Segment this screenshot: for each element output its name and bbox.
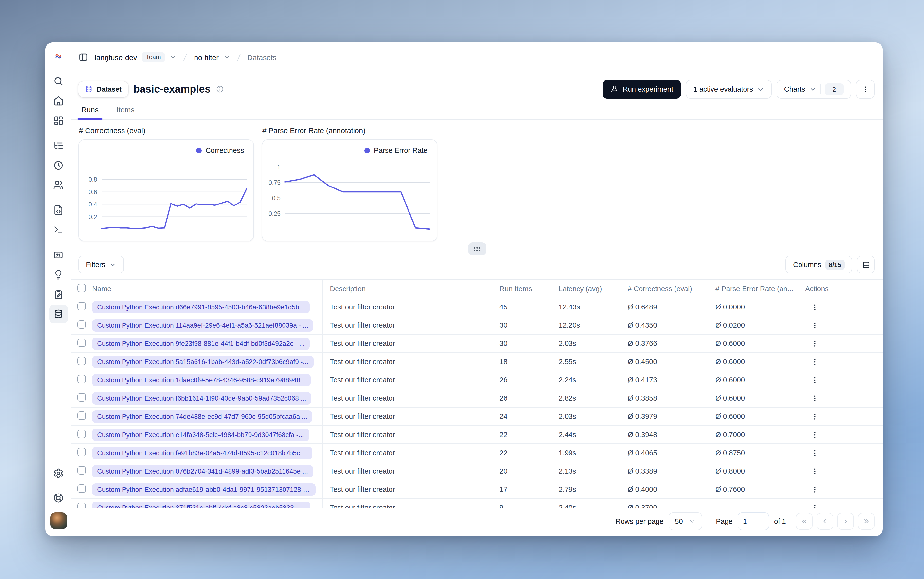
- row-actions-button[interactable]: [807, 427, 822, 442]
- evaluators-dropdown[interactable]: 1 active evaluators: [686, 80, 772, 98]
- row-checkbox[interactable]: [77, 357, 86, 365]
- kebab-menu-icon: [810, 449, 819, 457]
- sidebar-item-suggestions[interactable]: [49, 265, 68, 284]
- run-experiment-button[interactable]: Run experiment: [603, 80, 681, 98]
- select-all-checkbox[interactable]: [77, 284, 86, 292]
- sidebar-item-evaluators[interactable]: [49, 245, 68, 264]
- resize-handle[interactable]: [468, 242, 486, 255]
- chart-legend: Correctness: [80, 146, 251, 154]
- sidebar-item-prompts[interactable]: [49, 201, 68, 219]
- lifebuoy-icon: [53, 492, 64, 503]
- row-actions-button[interactable]: [807, 391, 822, 406]
- column-header-description[interactable]: Description: [323, 285, 500, 293]
- sidebar-item-playground[interactable]: [49, 220, 68, 239]
- charts-dropdown[interactable]: Charts 2: [777, 80, 851, 98]
- row-checkbox[interactable]: [77, 302, 86, 311]
- page-header: Dataset basic-examples Run experiment 1 …: [72, 72, 883, 98]
- run-items-count: 30: [500, 340, 559, 348]
- run-name-link[interactable]: Custom Python Execution 371f531c-abff-4d…: [92, 502, 310, 507]
- run-name-link[interactable]: Custom Python Execution 114aa9ef-29e6-4e…: [92, 319, 313, 332]
- rows-per-page-select[interactable]: 50: [668, 512, 702, 530]
- row-actions-button[interactable]: [807, 409, 822, 424]
- run-name-link[interactable]: Custom Python Execution f6bb1614-1f90-40…: [92, 392, 311, 404]
- sidebar-item-sessions[interactable]: [49, 156, 68, 175]
- row-actions-button[interactable]: [807, 482, 822, 497]
- row-checkbox[interactable]: [77, 485, 86, 493]
- page-number-input[interactable]: [737, 512, 769, 530]
- sidebar-item-users[interactable]: [49, 175, 68, 194]
- sidebar-item-settings[interactable]: [49, 464, 68, 483]
- legend-label: Parse Error Rate: [374, 146, 428, 154]
- kebab-menu-icon: [810, 340, 819, 348]
- row-checkbox[interactable]: [77, 339, 86, 347]
- column-header-run-items[interactable]: Run Items: [500, 285, 559, 293]
- run-items-count: 17: [500, 486, 559, 494]
- row-checkbox[interactable]: [77, 466, 86, 475]
- user-avatar[interactable]: [50, 512, 67, 529]
- row-checkbox[interactable]: [77, 503, 86, 507]
- run-name-link[interactable]: Custom Python Execution 74de488e-ec9d-47…: [92, 411, 312, 423]
- row-actions-button[interactable]: [807, 464, 822, 479]
- page-of-label: of 1: [774, 517, 786, 525]
- first-page-button[interactable]: [796, 513, 813, 530]
- info-icon[interactable]: [216, 85, 224, 93]
- svg-text:0.5: 0.5: [272, 195, 280, 201]
- next-page-button[interactable]: [837, 513, 854, 530]
- run-name-link[interactable]: Custom Python Execution d66e7991-8595-45…: [92, 301, 310, 313]
- breadcrumb-organization[interactable]: langfuse-dev: [95, 53, 137, 61]
- previous-page-button[interactable]: [816, 513, 833, 530]
- run-name-link[interactable]: Custom Python Execution e14fa348-5cfc-49…: [92, 429, 309, 441]
- row-actions-button[interactable]: [807, 300, 822, 315]
- row-checkbox[interactable]: [77, 375, 86, 384]
- kebab-menu-icon: [810, 504, 819, 507]
- row-actions-button[interactable]: [807, 336, 822, 351]
- run-name-link[interactable]: Custom Python Execution 5a15a616-1bab-44…: [92, 356, 313, 368]
- run-name-link[interactable]: Custom Python Execution adfae619-abb0-4d…: [92, 483, 316, 496]
- breadcrumb-project[interactable]: no-filter: [194, 53, 219, 61]
- sidebar-item-home[interactable]: [49, 91, 68, 110]
- chevron-down-icon[interactable]: [170, 54, 177, 61]
- sidebar-toggle-button[interactable]: [79, 52, 88, 62]
- columns-button[interactable]: Columns 8/15: [786, 256, 852, 273]
- sidebar-item-datasets[interactable]: [49, 304, 68, 323]
- sidebar-item-search[interactable]: [49, 72, 68, 90]
- run-name-link[interactable]: Custom Python Execution fe91b83e-04a5-47…: [92, 447, 312, 459]
- column-header-latency[interactable]: Latency (avg): [559, 285, 627, 293]
- sidebar-item-support[interactable]: [49, 488, 68, 507]
- column-header-correctness[interactable]: # Correctness (eval): [627, 285, 716, 293]
- column-header-parse-error[interactable]: # Parse Error Rate (an...: [716, 285, 805, 293]
- sidebar-item-annotations[interactable]: [49, 285, 68, 304]
- run-items-count: 26: [500, 394, 559, 402]
- sidebar-item-tracing[interactable]: [49, 136, 68, 155]
- breadcrumb-current[interactable]: Datasets: [247, 53, 276, 61]
- row-checkbox[interactable]: [77, 412, 86, 420]
- row-actions-button[interactable]: [807, 373, 822, 388]
- chevron-down-icon[interactable]: [223, 54, 230, 61]
- run-items-count: 18: [500, 358, 559, 366]
- row-actions-button[interactable]: [807, 446, 822, 461]
- row-checkbox[interactable]: [77, 321, 86, 329]
- run-items-count: 20: [500, 468, 559, 475]
- gear-icon: [53, 468, 64, 478]
- column-header-name[interactable]: Name: [92, 280, 323, 298]
- langfuse-logo[interactable]: [52, 50, 65, 63]
- row-checkbox[interactable]: [77, 394, 86, 402]
- last-page-button[interactable]: [858, 513, 875, 530]
- tab-items[interactable]: Items: [113, 105, 137, 119]
- filters-button[interactable]: Filters: [79, 256, 124, 273]
- row-actions-button[interactable]: [807, 318, 822, 333]
- sidebar-item-dashboards[interactable]: [49, 111, 68, 129]
- row-actions-button[interactable]: [807, 500, 822, 507]
- more-actions-button[interactable]: [856, 80, 875, 98]
- row-checkbox[interactable]: [77, 448, 86, 456]
- run-name-link[interactable]: Custom Python Execution 076b2704-341d-48…: [92, 465, 313, 478]
- tab-runs[interactable]: Runs: [79, 105, 102, 119]
- row-height-button[interactable]: [857, 256, 875, 273]
- row-actions-button[interactable]: [807, 355, 822, 369]
- run-name-link[interactable]: Custom Python Execution 1daec0f9-5e78-43…: [92, 374, 311, 386]
- row-checkbox[interactable]: [77, 430, 86, 438]
- app-window: langfuse-dev Team no-filter Datasets Dat…: [45, 43, 883, 536]
- run-name-link[interactable]: Custom Python Execution 9fe23f98-881e-44…: [92, 337, 310, 350]
- run-parse-error-rate: Ø 0.6000: [716, 340, 805, 348]
- chevron-down-icon: [689, 518, 696, 525]
